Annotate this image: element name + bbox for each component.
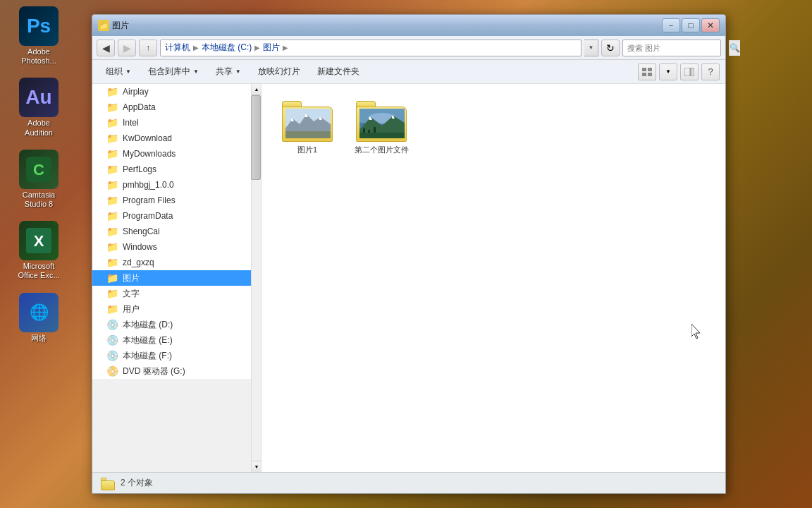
- slideshow-label: 放映幻灯片: [258, 66, 300, 78]
- folder-icon: 📁: [106, 179, 118, 190]
- new-folder-button[interactable]: 新建文件夹: [309, 63, 367, 81]
- include-library-dropdown-icon: ▼: [193, 68, 199, 75]
- sidebar-item-appdata[interactable]: 📁 AppData: [92, 99, 252, 115]
- sidebar-item-drive-f[interactable]: 💿 本地磁盘 (F:): [92, 348, 252, 363]
- folder-preview-2: [359, 109, 405, 138]
- title-bar: 📁 图片 － □ ✕: [92, 15, 725, 36]
- folder-icon: 📁: [106, 164, 118, 175]
- network-icon-box: 🌐: [19, 293, 59, 332]
- file-name-2: 第二个图片文件: [355, 145, 409, 155]
- slideshow-button[interactable]: 放映幻灯片: [250, 63, 308, 81]
- window-title: 图片: [112, 20, 129, 32]
- excel-icon[interactable]: X MicrosoftOffice Exc...: [4, 218, 74, 283]
- toolbar-right: ▼ ?: [638, 64, 720, 80]
- drive-icon: 📀: [106, 365, 118, 377]
- view-dropdown-button[interactable]: [638, 64, 656, 80]
- share-button[interactable]: 共享 ▼: [208, 63, 249, 81]
- title-folder-icon: 📁: [98, 20, 109, 31]
- sidebar-item-programdata[interactable]: 📁 ProgramData: [92, 208, 252, 224]
- refresh-button[interactable]: ↻: [601, 40, 620, 56]
- sidebar-item-intel[interactable]: 📁 Intel: [92, 115, 252, 131]
- back-button[interactable]: ◀: [97, 40, 115, 56]
- sidebar-item-drive-d[interactable]: 💿 本地磁盘 (D:): [92, 317, 252, 332]
- svg-text:C: C: [33, 161, 44, 179]
- sidebar-item-user[interactable]: 📁 用户: [92, 301, 252, 317]
- scroll-thumb[interactable]: [251, 95, 261, 180]
- status-bar: 2 个对象: [92, 472, 725, 493]
- sidebar-item-mydownloads[interactable]: 📁 MyDownloads: [92, 146, 252, 162]
- audition-icon[interactable]: Au AdobeAudition: [4, 75, 74, 140]
- view-options-button[interactable]: ▼: [659, 64, 677, 80]
- sidebar-item-kwdownload[interactable]: 📁 KwDownload: [92, 131, 252, 146]
- close-button[interactable]: ✕: [701, 18, 720, 32]
- photoshop-label: AdobePhotosh...: [21, 47, 56, 66]
- sidebar-item-label: 文字: [123, 288, 140, 300]
- sidebar-item-label: ProgramData: [123, 211, 173, 221]
- preview-pane-button[interactable]: [680, 64, 699, 80]
- folder-icon: 📁: [106, 133, 118, 144]
- camtasia-icon[interactable]: C CamtasiaStudio 8: [4, 147, 74, 212]
- file-item-pictures1[interactable]: 图片1: [276, 98, 339, 157]
- svg-rect-25: [374, 127, 376, 133]
- sidebar-item-drive-g[interactable]: 📀 DVD 驱动器 (G:): [92, 363, 252, 379]
- sidebar-item-airplay[interactable]: 📁 Airplay: [92, 84, 252, 99]
- svg-rect-4: [642, 68, 646, 71]
- file-area[interactable]: 图片1: [262, 84, 725, 472]
- camtasia-icon-box: C: [19, 150, 59, 189]
- address-bar: ◀ ▶ ↑ 计算机 ▶ 本地磁盘 (C:) ▶ 图片 ▶ ▼ ↻ 🔍: [92, 36, 725, 60]
- search-input[interactable]: [623, 44, 729, 52]
- svg-rect-9: [691, 68, 694, 76]
- excel-icon-box: X: [19, 221, 59, 260]
- folder-icon: 📁: [106, 117, 118, 128]
- sidebar-item-drive-e[interactable]: 💿 本地磁盘 (E:): [92, 332, 252, 348]
- scroll-down-button[interactable]: ▼: [252, 461, 262, 472]
- forward-button[interactable]: ▶: [118, 40, 136, 56]
- sidebar-item-label: ShengCai: [123, 226, 160, 236]
- file-grid: 图片1: [269, 91, 718, 164]
- sidebar-item-pmhbgj[interactable]: 📁 pmhbgj_1.0.0: [92, 177, 252, 193]
- path-sep-1: ▶: [193, 44, 199, 52]
- sidebar-item-perflogs[interactable]: 📁 PerfLogs: [92, 162, 252, 177]
- search-button[interactable]: 🔍: [729, 40, 740, 56]
- folder-preview: [285, 109, 331, 138]
- address-dropdown-button[interactable]: ▼: [584, 40, 598, 56]
- folder-icon: 📁: [106, 226, 118, 237]
- path-folder[interactable]: 图片: [263, 42, 280, 54]
- sidebar-item-label: DVD 驱动器 (G:): [123, 365, 185, 377]
- network-icon[interactable]: 🌐 网络: [4, 290, 74, 346]
- sidebar-item-programfiles[interactable]: 📁 Program Files: [92, 193, 252, 208]
- sidebar-item-shengcai[interactable]: 📁 ShengCai: [92, 224, 252, 239]
- sidebar-item-label: AppData: [123, 102, 156, 112]
- organize-button[interactable]: 组织 ▼: [98, 63, 139, 81]
- svg-rect-16: [285, 131, 331, 138]
- scroll-up-button[interactable]: ▲: [252, 84, 262, 95]
- toolbar: 组织 ▼ 包含到库中 ▼ 共享 ▼ 放映幻灯片 新建文件夹: [92, 60, 725, 84]
- folder-body: [282, 107, 333, 142]
- sidebar-item-label: zd_gxzq: [123, 258, 154, 267]
- share-dropdown-icon: ▼: [235, 68, 241, 75]
- file-item-pictures2[interactable]: 第二个图片文件: [350, 98, 413, 157]
- include-library-button[interactable]: 包含到库中 ▼: [140, 63, 207, 81]
- path-sep-2: ▶: [254, 44, 260, 52]
- up-button[interactable]: ↑: [139, 40, 157, 56]
- maximize-button[interactable]: □: [682, 18, 700, 32]
- sidebar-item-windows[interactable]: 📁 Windows: [92, 239, 252, 255]
- sidebar-item-label: 用户: [123, 303, 140, 315]
- svg-rect-6: [642, 73, 646, 76]
- sidebar-item-text[interactable]: 📁 文字: [92, 286, 252, 301]
- folder-body-2: [356, 107, 407, 142]
- path-drive[interactable]: 本地磁盘 (C:): [202, 42, 252, 54]
- sidebar-item-pictures[interactable]: 📁 图片: [92, 270, 252, 286]
- folder-thumbnail-1: [282, 101, 333, 142]
- sidebar-item-zdgxzq[interactable]: 📁 zd_gxzq: [92, 255, 252, 270]
- photoshop-icon[interactable]: Ps AdobePhotosh...: [4, 4, 74, 68]
- main-content: 📁 Airplay 📁 AppData 📁 Intel 📁 KwDownload: [92, 84, 725, 472]
- folder-thumbnail-2: [356, 101, 407, 142]
- path-computer[interactable]: 计算机: [165, 42, 190, 54]
- folder-icon: 📁: [106, 241, 118, 253]
- share-label: 共享: [216, 66, 233, 78]
- address-path[interactable]: 计算机 ▶ 本地磁盘 (C:) ▶ 图片 ▶: [160, 40, 582, 56]
- help-button[interactable]: ?: [701, 64, 720, 80]
- minimize-button[interactable]: －: [662, 18, 680, 32]
- audition-icon-box: Au: [19, 78, 59, 117]
